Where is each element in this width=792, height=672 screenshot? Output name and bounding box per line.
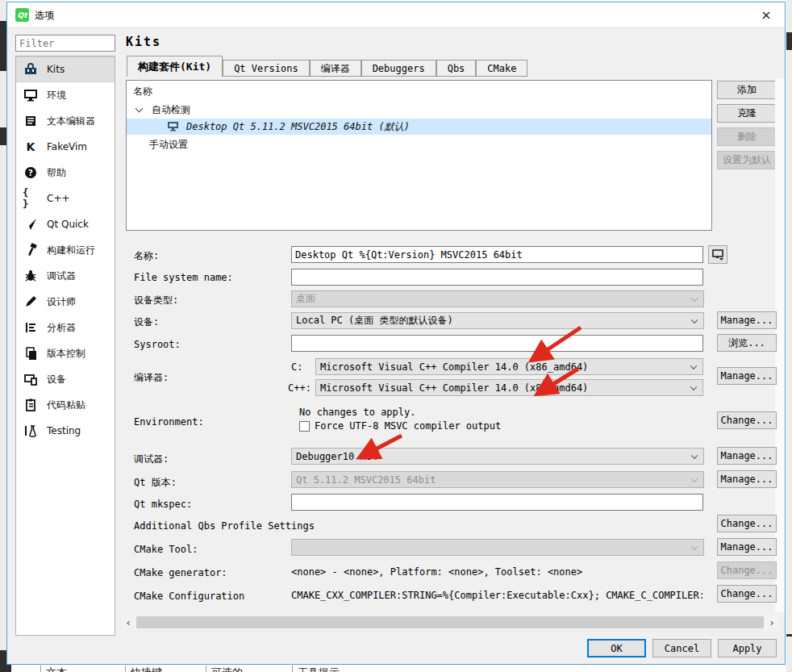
manage-qt-versions-button[interactable]: Manage... [717, 470, 777, 488]
clipboard-icon [23, 397, 39, 413]
name-label: 名称: [134, 249, 159, 263]
kits-tree: 名称 自动检测 Desktop Qt 5.11.2 MSVC2015 64bit… [126, 80, 712, 231]
page-title: Kits [126, 35, 161, 49]
sidebar-item-label: 帮助 [47, 166, 66, 180]
tab-qt-versions[interactable]: Qt Versions [223, 60, 309, 77]
sidebar-item-environment[interactable]: 环境 [16, 82, 115, 108]
tab-cmake[interactable]: CMake [476, 60, 527, 77]
sysroot-input[interactable] [291, 335, 703, 352]
qt-logo-icon: Qt [15, 8, 29, 22]
kits-toolbox-icon [23, 61, 39, 77]
chevron-down-icon [691, 475, 698, 482]
sidebar-item-kits[interactable]: Kits [16, 56, 115, 82]
category-sidebar: Kits 环境 文本编辑器 K FakeVim ? 帮助 { } C++ [15, 56, 115, 636]
filter-input[interactable] [15, 35, 115, 52]
manage-compilers-button[interactable]: Manage... [717, 367, 777, 385]
sidebar-item-label: 设计师 [47, 295, 76, 309]
options-dialog: Qt 选项 × Kits 环境 文本编辑器 K FakeVim [6, 2, 786, 665]
background-dark-patch [0, 21, 6, 71]
c-compiler-select[interactable]: Microsoft Visual C++ Compiler 14.0 (x86_… [315, 358, 703, 375]
sidebar-item-version-control[interactable]: 版本控制 [16, 340, 115, 366]
sidebar-item-text-editor[interactable]: 文本编辑器 [16, 108, 115, 134]
title-bar[interactable]: Qt 选项 × [7, 2, 785, 27]
change-qbs-button[interactable]: Change... [717, 515, 777, 532]
sidebar-item-analyzer[interactable]: 分析器 [16, 315, 115, 340]
cmake-generator-label: CMake generator: [134, 567, 227, 578]
remove-kit-button: 删除 [717, 127, 777, 146]
file-system-name-label: File system name: [134, 272, 233, 283]
environment-status: No changes to apply. [299, 407, 416, 418]
background-column-text: 文本 [40, 666, 67, 672]
cmake-tool-label: CMake Tool: [134, 544, 198, 555]
tree-column-header: 名称 [133, 85, 152, 98]
variables-button[interactable] [708, 245, 727, 264]
sidebar-item-label: FakeVim [47, 141, 87, 152]
bug-icon [23, 268, 39, 284]
chevron-down-icon [690, 383, 697, 390]
tab-compilers[interactable]: 编译器 [310, 60, 361, 77]
qt-mkspec-input[interactable] [291, 494, 703, 511]
scroll-right-icon[interactable]: › [765, 616, 778, 629]
sidebar-item-debugger[interactable]: 调试器 [16, 263, 115, 289]
sidebar-item-label: 分析器 [47, 321, 76, 335]
fakevim-icon: K [23, 139, 39, 155]
cpp-compiler-value: Microsoft Visual C++ Compiler 14.0 (x86_… [320, 382, 588, 394]
tree-group-label: 手动设置 [149, 138, 188, 152]
sidebar-item-cpp[interactable]: { } C++ [16, 186, 115, 211]
cmake-configuration-label: CMake Configuration [134, 591, 244, 602]
sidebar-item-designer[interactable]: 设计师 [16, 289, 115, 315]
horizontal-scrollbar-thumb[interactable] [136, 616, 764, 628]
kit-name: Desktop Qt 5.11.2 MSVC2015 64bit (默认) [186, 120, 410, 134]
sidebar-item-devices[interactable]: 设备 [16, 366, 115, 392]
compiler-label: 编译器: [134, 371, 169, 385]
sidebar-item-help[interactable]: ? 帮助 [16, 160, 115, 186]
debugger-select[interactable]: Debugger10 x64 [291, 448, 704, 465]
sidebar-item-label: 版本控制 [47, 347, 85, 361]
horizontal-scrollbar[interactable]: ‹ › [122, 616, 778, 629]
device-select[interactable]: Local PC (桌面 类型的默认设备) [291, 312, 704, 329]
checkbox-unchecked-icon[interactable] [299, 421, 310, 432]
chevron-down-icon[interactable] [135, 105, 144, 113]
file-system-name-input[interactable] [291, 269, 703, 286]
sidebar-item-qt-quick[interactable]: Qt Quick [16, 211, 115, 237]
tree-group-auto-detected[interactable]: 自动检测 [127, 102, 711, 118]
change-cmake-configuration-button[interactable]: Change... [717, 585, 777, 603]
sidebar-item-fakevim[interactable]: K FakeVim [16, 134, 115, 160]
device-type-label: 设备类型: [134, 294, 178, 307]
force-utf8-checkbox-row[interactable]: Force UTF-8 MSVC compiler output [299, 420, 501, 432]
qbs-settings-label: Additional Qbs Profile Settings [134, 520, 315, 532]
sidebar-item-label: 环境 [47, 89, 66, 102]
screen: { "window": { "title": "选项", "close_glyp… [0, 0, 792, 672]
tree-group-label: 自动检测 [152, 103, 190, 117]
change-environment-button[interactable]: Change... [717, 411, 777, 429]
browse-sysroot-button[interactable]: 浏览... [717, 334, 777, 352]
tab-qbs[interactable]: Qbs [436, 60, 477, 77]
qt-version-select: Qt 5.11.2 MSVC2015 64bit [291, 471, 704, 488]
manage-devices-button[interactable]: Manage... [717, 311, 777, 329]
sidebar-item-code-paster[interactable]: 代码粘贴 [16, 392, 115, 418]
background-dark-patch [786, 634, 792, 637]
sysroot-label: Sysroot: [134, 339, 181, 350]
kit-name-input[interactable] [291, 246, 703, 263]
tab-debuggers[interactable]: Debuggers [361, 60, 436, 77]
clone-kit-button[interactable]: 克隆 [717, 104, 777, 123]
c-compiler-value: Microsoft Visual C++ Compiler 14.0 (x86_… [320, 361, 588, 373]
sidebar-item-testing[interactable]: Testing [16, 418, 115, 444]
manage-cmake-button[interactable]: Manage... [717, 538, 777, 556]
tab-kits[interactable]: 构建套件(Kit) [127, 56, 223, 77]
cpp-compiler-select[interactable]: Microsoft Visual C++ Compiler 14.0 (x86_… [315, 379, 703, 396]
chevron-down-icon [691, 316, 698, 323]
sidebar-item-label: 代码粘贴 [47, 399, 85, 412]
scroll-left-icon[interactable]: ‹ [122, 616, 135, 629]
add-kit-button[interactable]: 添加 [717, 81, 777, 99]
close-icon[interactable]: × [754, 4, 778, 25]
sidebar-item-build-run[interactable]: 构建和运行 [16, 237, 115, 263]
cancel-button[interactable]: Cancel [652, 639, 711, 657]
tree-group-manual[interactable]: 手动设置 [127, 136, 711, 152]
tree-item-kit[interactable]: Desktop Qt 5.11.2 MSVC2015 64bit (默认) [127, 119, 711, 135]
ok-button[interactable]: OK [587, 639, 646, 657]
manage-debuggers-button[interactable]: Manage... [717, 447, 777, 465]
sidebar-item-label: C++ [47, 193, 70, 204]
device-value: Local PC (桌面 类型的默认设备) [296, 314, 453, 328]
apply-button[interactable]: Apply [718, 639, 777, 657]
